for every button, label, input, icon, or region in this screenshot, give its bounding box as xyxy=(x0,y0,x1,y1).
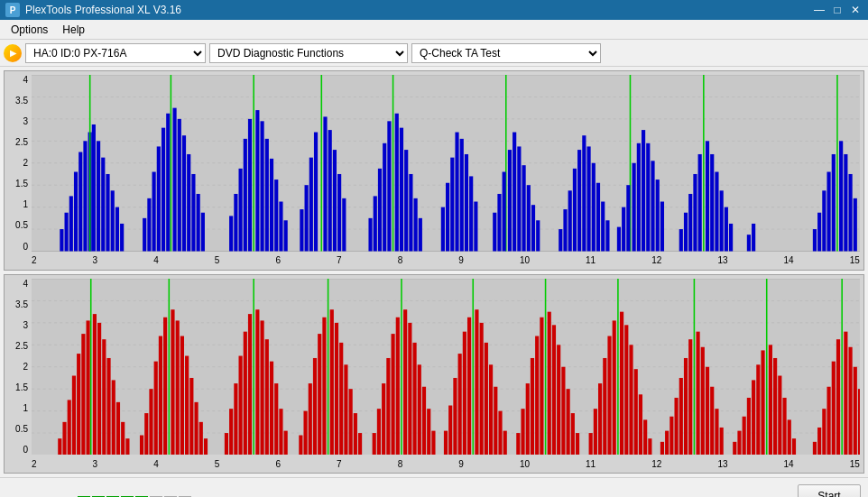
svg-rect-90 xyxy=(527,185,531,251)
svg-rect-60 xyxy=(337,174,341,252)
svg-rect-86 xyxy=(508,150,512,251)
svg-rect-276 xyxy=(715,409,718,455)
test-select[interactable]: Q-Check TA Test xyxy=(411,43,601,63)
menu-options[interactable]: Options xyxy=(4,22,55,38)
svg-rect-194 xyxy=(299,435,302,455)
svg-rect-135 xyxy=(839,141,843,251)
svg-rect-84 xyxy=(497,194,501,252)
svg-rect-40 xyxy=(234,194,237,252)
svg-rect-182 xyxy=(234,383,237,455)
app-title: PlexTools Professional XL V3.16 xyxy=(25,4,181,16)
svg-rect-258 xyxy=(624,325,628,455)
svg-rect-48 xyxy=(270,159,273,252)
svg-rect-292 xyxy=(813,441,817,455)
svg-rect-131 xyxy=(822,190,826,251)
svg-rect-259 xyxy=(629,345,633,455)
svg-rect-254 xyxy=(607,336,611,455)
svg-rect-114 xyxy=(660,202,664,252)
svg-rect-34 xyxy=(182,135,186,251)
svg-rect-260 xyxy=(634,369,638,455)
svg-rect-249 xyxy=(576,433,579,455)
svg-rect-247 xyxy=(567,389,570,455)
svg-rect-248 xyxy=(571,413,575,455)
svg-rect-158 xyxy=(97,322,101,455)
svg-rect-221 xyxy=(431,430,435,455)
svg-rect-212 xyxy=(391,334,394,455)
svg-rect-208 xyxy=(373,433,376,455)
svg-rect-96 xyxy=(573,169,577,252)
drive-select[interactable]: HA:0 ID:0 PX-716A xyxy=(25,43,206,63)
svg-rect-241 xyxy=(540,317,543,455)
svg-rect-78 xyxy=(460,139,464,252)
svg-rect-25 xyxy=(143,218,146,252)
svg-rect-188 xyxy=(260,320,263,455)
svg-rect-106 xyxy=(622,207,625,252)
svg-rect-251 xyxy=(594,409,597,455)
svg-rect-165 xyxy=(140,435,143,455)
svg-rect-270 xyxy=(688,339,692,455)
svg-rect-52 xyxy=(300,209,303,251)
svg-rect-250 xyxy=(589,433,593,455)
svg-rect-253 xyxy=(603,357,606,455)
svg-rect-177 xyxy=(194,401,198,455)
svg-rect-65 xyxy=(383,143,386,252)
svg-rect-26 xyxy=(147,198,151,252)
svg-rect-74 xyxy=(441,207,445,252)
svg-rect-173 xyxy=(176,320,180,455)
start-button[interactable]: Start xyxy=(798,484,861,498)
svg-rect-224 xyxy=(453,377,457,455)
svg-rect-136 xyxy=(844,154,847,252)
svg-rect-109 xyxy=(637,143,641,252)
function-select[interactable]: DVD Diagnostic Functions xyxy=(209,43,408,63)
svg-rect-102 xyxy=(601,202,605,252)
svg-rect-28 xyxy=(157,146,161,251)
svg-rect-238 xyxy=(526,383,530,455)
bottom-chart-x-axis: 2 3 4 5 6 7 8 9 10 11 12 13 14 15 xyxy=(32,455,860,473)
svg-rect-108 xyxy=(633,163,636,252)
maximize-button[interactable]: □ xyxy=(830,4,845,16)
top-chart-inner xyxy=(32,75,860,252)
svg-rect-263 xyxy=(648,438,651,455)
svg-rect-38 xyxy=(201,213,205,252)
minimize-button[interactable]: — xyxy=(812,4,826,16)
svg-rect-163 xyxy=(121,421,125,455)
svg-rect-97 xyxy=(577,150,581,251)
svg-rect-46 xyxy=(260,121,263,251)
svg-rect-123 xyxy=(715,172,718,252)
svg-rect-284 xyxy=(761,350,764,455)
svg-rect-190 xyxy=(270,361,273,455)
svg-rect-129 xyxy=(813,229,817,251)
svg-rect-75 xyxy=(446,183,449,252)
svg-rect-187 xyxy=(255,309,259,455)
svg-rect-150 xyxy=(62,421,66,455)
svg-rect-223 xyxy=(448,405,452,455)
svg-rect-198 xyxy=(318,334,321,455)
close-button[interactable]: ✕ xyxy=(848,4,863,16)
svg-rect-153 xyxy=(77,354,80,455)
svg-rect-122 xyxy=(710,154,714,252)
svg-rect-45 xyxy=(255,110,259,251)
svg-rect-10 xyxy=(60,229,63,251)
svg-rect-160 xyxy=(106,357,110,455)
svg-rect-206 xyxy=(354,413,357,455)
svg-rect-152 xyxy=(72,375,76,455)
svg-rect-105 xyxy=(617,227,621,252)
svg-rect-233 xyxy=(494,386,497,455)
svg-rect-63 xyxy=(374,196,377,251)
svg-rect-189 xyxy=(265,339,269,455)
svg-rect-23 xyxy=(115,207,119,252)
svg-rect-154 xyxy=(81,334,85,455)
svg-rect-278 xyxy=(733,441,736,455)
svg-rect-192 xyxy=(279,409,282,455)
svg-rect-58 xyxy=(328,130,332,251)
menu-help[interactable]: Help xyxy=(55,22,92,38)
svg-rect-289 xyxy=(782,397,786,455)
svg-rect-110 xyxy=(642,130,645,251)
svg-rect-195 xyxy=(303,410,307,455)
svg-rect-222 xyxy=(444,430,448,455)
svg-rect-115 xyxy=(679,229,683,251)
svg-rect-202 xyxy=(335,322,338,455)
svg-rect-205 xyxy=(349,389,353,455)
svg-rect-217 xyxy=(412,342,416,455)
svg-rect-240 xyxy=(535,336,539,455)
